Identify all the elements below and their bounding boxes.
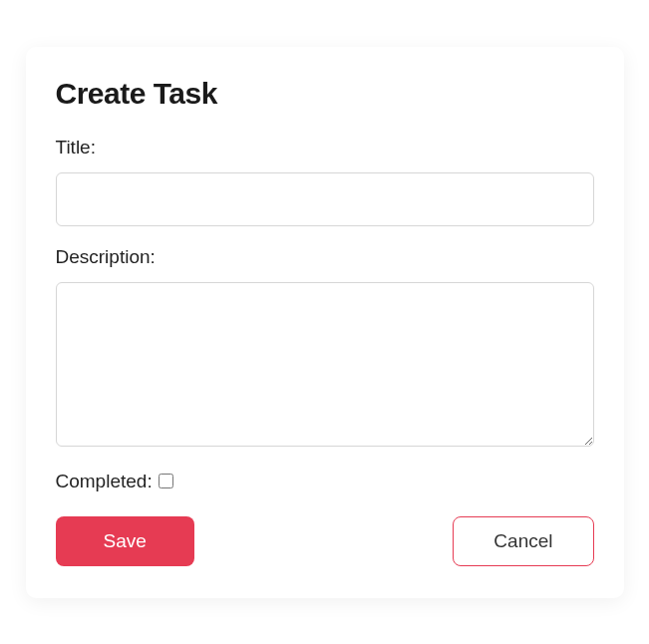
description-input[interactable]: [56, 282, 594, 447]
completed-checkbox[interactable]: [159, 474, 173, 488]
page-title: Create Task: [56, 77, 594, 111]
title-field-group: Title:: [56, 137, 594, 226]
save-button[interactable]: Save: [56, 516, 194, 566]
completed-field-group: Completed:: [56, 471, 594, 492]
description-field-group: Description:: [56, 246, 594, 447]
cancel-button[interactable]: Cancel: [453, 516, 593, 566]
completed-label: Completed:: [56, 471, 153, 492]
description-label: Description:: [56, 246, 594, 268]
title-label: Title:: [56, 137, 594, 159]
button-row: Save Cancel: [56, 516, 594, 566]
create-task-card: Create Task Title: Description: Complete…: [26, 47, 624, 598]
title-input[interactable]: [56, 172, 594, 226]
